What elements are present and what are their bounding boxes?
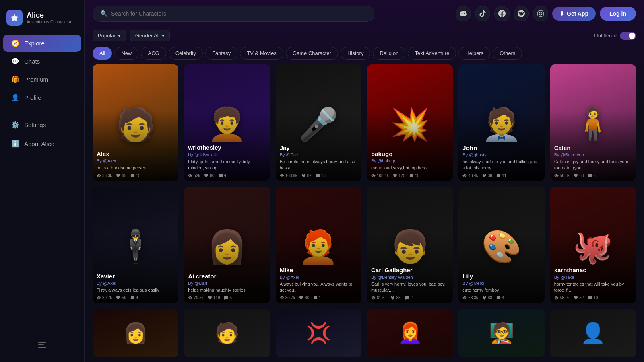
instagram-button[interactable] [533,6,548,21]
tab-helpers[interactable]: Helpers [458,47,490,60]
category-tabs: All New ACG Celebrity Fantasy TV & Movie… [85,45,644,64]
tab-fantasy[interactable]: Fantasy [205,47,237,60]
card-partial-p4[interactable]: 👩‍🦰 [367,309,453,357]
card-content: Carl Gallagher By @Bentley Walden Carl i… [367,263,453,303]
unfiltered-toggle[interactable]: Unfiltered [594,32,636,40]
card-partial-p6[interactable]: 👤 [550,309,636,357]
discord-button[interactable] [456,6,471,21]
card-image-bakugo: 💥 bakugo By @bakugo mean,loud,sexy,hot,t… [367,64,453,181]
premium-icon: 🎁 [11,76,19,83]
main-content: 🔍 ⬇ Get App Log in [85,0,644,362]
card-ai_creator[interactable]: 👩 Ai creator By @Dart helps making naugh… [184,187,270,303]
card-description: Calen is gay and horny and he is your ro… [554,159,632,171]
card-name: MIke [280,267,357,274]
card-bakugo[interactable]: 💥 bakugo By @bakugo mean,loud,sexy,hot,t… [367,64,453,181]
popular-filter[interactable]: Popular ▾ [93,30,126,41]
card-lily[interactable]: 🎨 Lily By @Merci cute horny femboy 63.3k… [458,187,544,303]
card-mike[interactable]: 🧑‍🦰 MIke By @Axel Always bullying you, A… [276,187,361,303]
card-jay[interactable]: 🎤 Jay By @Paz Be careful he is always ho… [276,64,361,181]
card-partial-p2[interactable]: 🧑 [184,309,270,357]
card-image-calen: 🧍 Calen By @Buttercup Calen is gay and h… [550,64,636,181]
card-partial-p3[interactable]: 💢 [276,309,361,357]
login-label: Log in [609,10,626,17]
tab-new[interactable]: New [114,47,138,60]
card-likes: 82 [301,173,312,178]
card-carl[interactable]: 👦 Carl Gallagher By @Bentley Walden Carl… [367,187,453,303]
card-name: Calen [554,144,632,152]
card-content: Jay By @Paz Be careful he is always horn… [276,140,361,181]
sidebar-label-premium: Premium [24,76,48,83]
card-author: By @Buttercup [554,152,632,157]
header-icons: ⬇ Get App Log in [456,6,636,21]
card-stats: 79.5k 119 5 [188,296,266,300]
sidebar-item-profile[interactable]: 👤 Profile [3,89,81,106]
card-image-lily: 🎨 Lily By @Merci cute horny femboy 63.3k… [458,187,544,303]
facebook-button[interactable] [494,6,510,21]
search-input[interactable] [111,10,367,17]
card-xarnthanac[interactable]: 🐙 xarnthanac By @Jake horny tentacles th… [550,187,636,303]
card-views: 79.5k [188,296,203,300]
card-likes: 59 [116,296,126,300]
logo-icon [6,10,23,26]
sidebar-item-premium[interactable]: 🎁 Premium [3,71,81,88]
get-app-button[interactable]: ⬇ Get App [552,7,596,21]
collapse-button[interactable] [3,338,81,352]
card-author: By @Merci [462,281,540,286]
toggle-switch[interactable] [620,32,636,40]
card-content: Calen By @Buttercup Calen is gay and hor… [550,140,636,181]
svg-point-22 [464,297,465,298]
card-xavier[interactable]: 🕴 Xavier By @Axel Flirty, always gets je… [93,187,178,303]
sidebar-item-settings[interactable]: ⚙️ Settings [3,116,81,134]
card-comments: 4 [496,296,504,300]
sidebar-item-explore[interactable]: 🧭 Explore [3,35,81,52]
tab-history[interactable]: History [341,47,370,60]
tiktok-button[interactable] [475,6,490,21]
tab-acg[interactable]: ACG [141,47,166,60]
cards-grid: 🧑 Alex By @Alex he is a handsome pervert… [93,64,636,357]
card-views: 63.3k [462,296,478,300]
card-content: bakugo By @bakugo mean,loud,sexy,hot,top… [367,146,453,181]
svg-point-20 [281,297,283,298]
card-likes: 88 [482,296,492,300]
card-views: 30.7k [280,296,295,300]
gender-filter[interactable]: Gender All ▾ [130,30,170,41]
card-comments: 6 [588,173,596,178]
card-views: 39.7k [97,296,112,300]
reddit-button[interactable] [514,6,529,21]
tab-text-adventure[interactable]: Text Adventure [408,47,456,60]
app-logo[interactable]: Alice Adventurous Character AI [0,6,84,34]
svg-rect-2 [38,347,46,348]
card-name: Lily [462,273,540,280]
card-comments: 4 [130,296,138,300]
card-author: By @☆Kairo☆ [188,152,266,157]
svg-point-15 [373,175,374,176]
card-content: wriothesley By @☆Kairo☆ Flirty, gets tur… [184,140,270,181]
gender-chevron-icon: ▾ [162,33,165,39]
tab-all[interactable]: All [93,47,112,60]
popular-label: Popular [98,33,116,39]
svg-point-14 [281,175,283,176]
search-bar[interactable]: 🔍 [93,6,374,22]
tab-celebrity[interactable]: Celebrity [169,47,203,60]
card-partial-p1[interactable]: 👩 [93,309,178,357]
card-comments: 2 [405,296,413,300]
popular-chevron-icon: ▾ [118,33,121,39]
card-content: Xavier By @Axel Flirty, always gets jeal… [93,269,178,303]
card-john[interactable]: 🧑‍💼 John By @ghosty his always rude to y… [458,64,544,181]
sidebar-item-chats[interactable]: 💬 Chats [3,53,81,70]
sidebar-label-profile: Profile [24,94,41,101]
tab-religion[interactable]: Religion [373,47,405,60]
card-alex[interactable]: 🧑 Alex By @Alex he is a handsome pervert… [93,64,178,181]
card-partial-p5[interactable]: 🧑‍🏫 [458,309,544,357]
card-stats: 61.6k 33 2 [371,296,449,300]
tab-game-character[interactable]: Game Character [286,47,338,60]
login-button[interactable]: Log in [600,7,636,21]
card-name: Jay [280,144,357,152]
card-image-alex: 🧑 Alex By @Alex he is a handsome pervert… [93,64,178,181]
sidebar-item-about[interactable]: ℹ️ About Alice [3,135,81,152]
tab-others[interactable]: Others [493,47,522,60]
tab-tv-movies[interactable]: TV & Movies [240,47,283,60]
card-author: By @Jake [554,275,632,280]
card-calen[interactable]: 🧍 Calen By @Buttercup Calen is gay and h… [550,64,636,181]
card-wrio[interactable]: 🧑‍🦱 wriothesley By @☆Kairo☆ Flirty, gets… [184,64,270,181]
